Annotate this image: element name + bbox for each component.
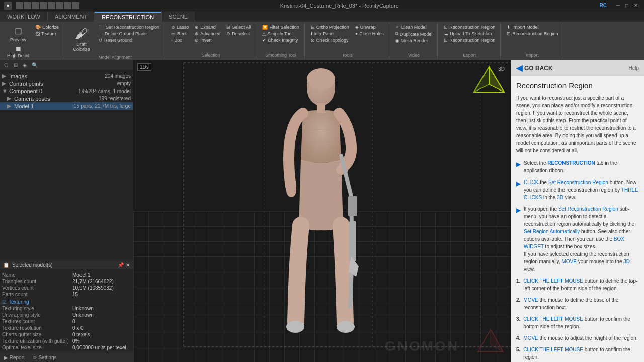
tab-alignment[interactable]: ALIGNMENT xyxy=(48,12,95,22)
prop-texturing-style: Texturing style Unknown xyxy=(2,305,131,312)
svg-point-10 xyxy=(286,183,296,197)
properties-close-icon[interactable]: ✕ xyxy=(126,262,130,268)
import-model-button[interactable]: ⬇ Import Model xyxy=(505,24,560,30)
tree-item-model1[interactable]: ▶ Model 1 15 parts, 21,7M tris, large xyxy=(0,102,133,110)
tree-item-images[interactable]: ▶ Images 204 images xyxy=(0,72,133,80)
mesh-render-button[interactable]: ◉ Mesh Render xyxy=(393,38,435,44)
go-back-arrow-icon: ◀ xyxy=(516,63,522,73)
high-detail-icon: ◼ xyxy=(16,45,21,52)
view-toolbar-item4[interactable]: 🔍 xyxy=(30,62,40,68)
tab-scene[interactable]: SCENE xyxy=(162,12,195,22)
duplicate-model-icon: ⧉ xyxy=(395,31,398,37)
lasso-icon: ⊘ xyxy=(171,25,175,30)
prop-optimal-texel: Optimal texel size 0,000000 units per te… xyxy=(2,344,131,351)
properties-panel-header: 📋 Selected model(s) 📌 ✕ xyxy=(0,261,133,269)
report-button[interactable]: ▶ Report xyxy=(0,353,29,362)
close-button[interactable]: ✕ xyxy=(632,2,640,10)
reset-ground-icon: ↺ xyxy=(99,38,103,43)
minimize-button[interactable]: ─ xyxy=(614,2,622,10)
step-arrow-icon-2: ▶ xyxy=(516,179,521,188)
properties-title: Selected model(s) xyxy=(12,262,53,268)
set-reconstruction-region-button[interactable]: ⬛ Set Reconstruction Region xyxy=(97,24,162,30)
lasso-button[interactable]: ⊘ Lasso xyxy=(169,24,191,30)
viewport-badge: 1Ds xyxy=(137,63,151,71)
maximize-button[interactable]: □ xyxy=(623,2,631,10)
reset-ground-button[interactable]: ↺ Reset Ground xyxy=(97,37,162,43)
left-panel: ⬡ ⊞ ◈ 🔍 ▶ Images 204 images ▶ Control po… xyxy=(0,60,133,362)
ribbon-group-tools: ⊟ Ortho Projection ℹ Info Panel ⊠ Check … xyxy=(306,23,389,59)
filter-selection-button[interactable]: 🔽 Filter Selection xyxy=(260,24,301,30)
box-button[interactable]: ▫ Box xyxy=(169,37,191,43)
duplicate-model-button[interactable]: ⧉ Duplicate Model xyxy=(393,31,435,37)
svg-point-8 xyxy=(307,68,335,90)
upload-sketchfab-icon: ☁ xyxy=(444,31,448,36)
check-integrity-button[interactable]: ✔ Check Integrity xyxy=(260,37,301,43)
reconstruction-region-export2-button[interactable]: ⊡ Reconstruction Region xyxy=(442,37,497,43)
rect-icon: ▭ xyxy=(171,31,176,36)
main-area: ⬡ ⊞ ◈ 🔍 ▶ Images 204 images ▶ Control po… xyxy=(0,60,644,362)
texture-button[interactable]: 🖼 Texture xyxy=(33,31,61,37)
viewport[interactable]: 1Ds 3D GNOMON xyxy=(133,60,511,362)
tree-item-component0[interactable]: ▼ Component 0 199/204 cams, 1 model xyxy=(0,87,133,95)
draft-colorize-button[interactable]: 🖌 Draft Colorize xyxy=(68,24,95,54)
go-back-button[interactable]: ◀ GO BACK xyxy=(516,63,553,73)
ribbon-group-model-alignment: 🖌 Draft Colorize ⬛ Set Reconstruction Re… xyxy=(65,23,165,59)
prop-texture-utilization: Texture utilization (with gutter) 0% xyxy=(2,338,131,344)
tree-item-camera-poses[interactable]: ▶ Camera poses 199 registered xyxy=(0,95,133,102)
titlebar: ■ Kristina-04_Costume_Rifle_03* - Realit… xyxy=(0,0,644,11)
high-detail-button[interactable]: ◼ High Detail xyxy=(5,44,31,59)
view-toolbar-item2[interactable]: ⊞ xyxy=(12,62,20,68)
help-numbered-step-2: 2. MOVE the mouse to define the base of … xyxy=(516,296,639,311)
reconstruction-region-import-button[interactable]: ⊡ Reconstruction Region xyxy=(505,31,560,37)
3d-model xyxy=(267,65,377,357)
ortho-projection-button[interactable]: ⊟ Ortho Projection xyxy=(309,24,351,30)
view-toolbar-item3[interactable]: ◈ xyxy=(21,62,29,68)
settings-button[interactable]: ⚙ Settings xyxy=(29,353,61,362)
step-arrow-icon-1: ▶ xyxy=(516,160,521,169)
ribbon: ◻ Preview ◼ High Detail ▣ Normal 🎨 Color… xyxy=(0,22,644,60)
reconstruction-region-export-icon: ⊡ xyxy=(444,25,448,30)
define-ground-plane-icon: — xyxy=(99,31,103,36)
select-all-button[interactable]: ⊞ Select All xyxy=(224,24,253,30)
help-panel-header: ◀ GO BACK Help xyxy=(511,60,644,76)
ribbon-group-selection: ⊘ Lasso ▭ Rect ▫ Box ⊕ Expand ⊛ xyxy=(166,23,256,59)
close-holes-button[interactable]: ● Close Holes xyxy=(353,31,386,37)
check-topology-icon: ⊠ xyxy=(311,38,315,43)
help-link[interactable]: Help xyxy=(628,65,639,71)
texture-icon: 🖼 xyxy=(35,31,40,36)
tab-workflow[interactable]: WORKFLOW xyxy=(0,12,48,22)
info-panel-button[interactable]: ℹ Info Panel xyxy=(309,31,351,37)
ribbon-group-smoothing: 🔽 Filter Selection △ Simplify Tool ✔ Che… xyxy=(257,23,305,59)
advanced-button[interactable]: ⊛ Advanced xyxy=(193,31,222,37)
ribbon-group-process: ◻ Preview ◼ High Detail ▣ Normal 🎨 Color… xyxy=(2,23,64,59)
window-controls: ─ □ ✕ xyxy=(614,2,640,10)
tree-item-control-points[interactable]: ▶ Control points empty xyxy=(0,80,133,87)
check-topology-button[interactable]: ⊠ Check Topology xyxy=(309,37,351,43)
unwrap-button[interactable]: ◈ Unwrap xyxy=(353,24,386,30)
colorize-button[interactable]: 🎨 Colorize xyxy=(33,24,61,30)
define-ground-plane-button[interactable]: — Define Ground Plane xyxy=(97,31,162,37)
upload-sketchfab-button[interactable]: ☁ Upload To Sketchfab xyxy=(442,31,497,37)
expand-icon: ⊕ xyxy=(195,25,199,30)
rect-button[interactable]: ▭ Rect xyxy=(169,31,191,37)
properties-pin-icon[interactable]: 📌 xyxy=(118,262,124,268)
tab-reconstruction[interactable]: RECONSTRUCTION xyxy=(95,12,162,22)
view-toolbar-item1[interactable]: ⬡ xyxy=(2,62,11,68)
window-title: Kristina-04_Costume_Rifle_03* - RealityC… xyxy=(79,3,600,9)
simplify-tool-button[interactable]: △ Simplify Tool xyxy=(260,31,301,37)
deselect-button[interactable]: ⊖ Deselect xyxy=(224,31,253,37)
ortho-projection-icon: ⊟ xyxy=(311,25,315,30)
prop-name: Name Model 1 xyxy=(2,272,131,278)
help-numbered-step-5: 5. CLICK THE LEFT MOUSE button to confir… xyxy=(516,346,639,361)
prop-unwrapping-style: Unwrapping style Unknown xyxy=(2,312,131,318)
prop-triangles: Triangles count 21,7M (21664622) xyxy=(2,278,131,285)
expand-button[interactable]: ⊕ Expand xyxy=(193,24,222,30)
clean-model-button[interactable]: ✧ Clean Model xyxy=(393,24,435,30)
properties-grid: Name Model 1 Triangles count 21,7M (2166… xyxy=(0,269,133,353)
svg-text:GNOMON: GNOMON xyxy=(385,338,459,354)
preview-button[interactable]: ◻ Preview xyxy=(5,24,31,43)
help-panel: ◀ GO BACK Help Reconstruction Region If … xyxy=(511,60,644,362)
invert-button[interactable]: ⊙ Invert xyxy=(193,37,222,43)
orientation-cube: 3D xyxy=(471,64,507,100)
reconstruction-region-export-button[interactable]: ⊡ Reconstruction Region xyxy=(442,24,497,30)
